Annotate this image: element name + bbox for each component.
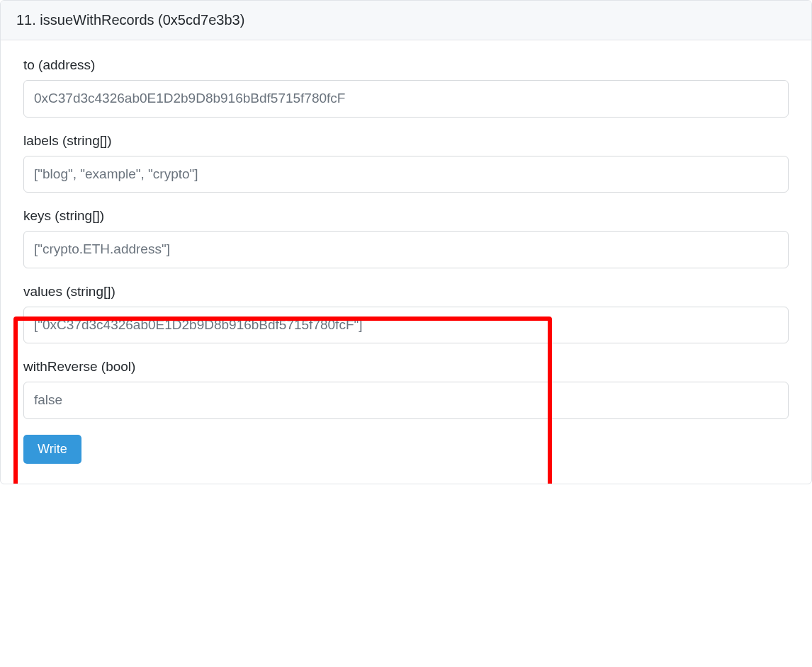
field-keys-input[interactable]: [23, 231, 789, 268]
field-labels-label: labels (string[]): [23, 133, 789, 149]
field-values: values (string[]): [23, 284, 789, 344]
panel-header[interactable]: 11. issueWithRecords (0x5cd7e3b3): [1, 1, 811, 40]
field-to: to (address): [23, 57, 789, 118]
field-labels-input[interactable]: [23, 156, 789, 193]
field-to-input[interactable]: [23, 80, 789, 118]
field-values-input[interactable]: [23, 307, 789, 344]
field-withreverse-label: withReverse (bool): [23, 359, 789, 375]
field-withreverse: withReverse (bool): [23, 359, 789, 419]
field-labels: labels (string[]): [23, 133, 789, 193]
panel-body: to (address) labels (string[]) keys (str…: [1, 40, 811, 484]
field-withreverse-input[interactable]: [23, 382, 789, 419]
field-keys: keys (string[]): [23, 208, 789, 268]
field-keys-label: keys (string[]): [23, 208, 789, 224]
field-to-label: to (address): [23, 57, 789, 73]
function-panel: 11. issueWithRecords (0x5cd7e3b3) to (ad…: [0, 0, 812, 484]
field-values-label: values (string[]): [23, 284, 789, 300]
write-button[interactable]: Write: [23, 435, 81, 464]
